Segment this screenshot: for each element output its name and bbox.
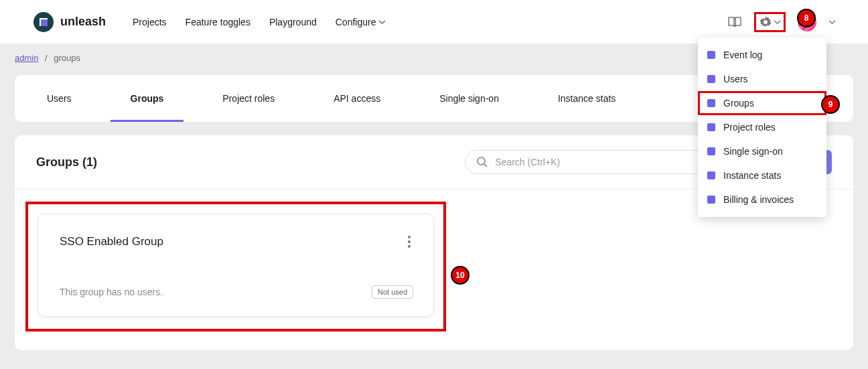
annotation-marker-10: 10	[451, 266, 469, 285]
dropdown-project-roles[interactable]: Project roles	[698, 115, 826, 139]
gear-icon	[759, 15, 772, 29]
logo[interactable]: unleash	[33, 12, 106, 32]
dropdown-groups[interactable]: Groups	[698, 91, 826, 115]
group-title: SSO Enabled Group	[60, 235, 163, 248]
annotation-marker-9: 9	[821, 95, 840, 114]
dropdown-billing[interactable]: Billing & invoices	[698, 188, 826, 212]
dropdown-instance-stats[interactable]: Instance stats	[698, 163, 826, 188]
main-nav: Projects Feature toggles Playground Conf…	[133, 17, 386, 27]
bullet-icon	[707, 123, 715, 131]
chevron-down-icon	[378, 20, 386, 24]
panel-title: Groups (1)	[36, 155, 97, 169]
chevron-down-icon	[774, 20, 781, 24]
group-card[interactable]: SSO Enabled Group This group has no user…	[38, 214, 434, 317]
chevron-down-icon[interactable]	[828, 20, 836, 24]
bullet-icon	[707, 99, 715, 107]
not-used-badge: Not used	[372, 285, 413, 299]
bullet-icon	[707, 171, 715, 179]
bullet-icon	[707, 147, 715, 155]
bullet-icon	[707, 196, 715, 204]
annotation-marker-8: 8	[797, 9, 816, 27]
tab-instance-stats[interactable]: Instance stats	[528, 75, 645, 122]
tab-project-roles[interactable]: Project roles	[193, 75, 304, 122]
bullet-icon	[707, 75, 715, 83]
logo-icon	[33, 12, 54, 32]
tab-sso[interactable]: Single sign-on	[410, 75, 528, 122]
tab-users[interactable]: Users	[17, 75, 101, 122]
more-icon[interactable]	[405, 233, 413, 250]
svg-point-0	[478, 157, 485, 165]
bullet-icon	[707, 51, 715, 59]
dropdown-users[interactable]: Users	[698, 67, 826, 91]
dropdown-sso[interactable]: Single sign-on	[698, 139, 826, 163]
nav-configure[interactable]: Configure	[336, 17, 386, 27]
nav-playground[interactable]: Playground	[269, 17, 317, 27]
tab-api-access[interactable]: API access	[304, 75, 410, 122]
header-right	[727, 12, 836, 32]
breadcrumb-current: groups	[54, 53, 80, 63]
dropdown-event-log[interactable]: Event log	[698, 43, 826, 67]
brand-name: unleash	[60, 15, 106, 29]
empty-users-text: This group has no users.	[60, 287, 163, 297]
search-icon	[476, 156, 488, 168]
breadcrumb-root[interactable]: admin	[15, 53, 38, 63]
tab-groups[interactable]: Groups	[101, 75, 194, 122]
settings-dropdown: Event log Users Groups Project roles Sin…	[698, 38, 826, 217]
group-card-highlight: SSO Enabled Group This group has no user…	[25, 202, 446, 331]
docs-icon[interactable]	[727, 16, 742, 28]
svg-line-1	[484, 164, 487, 167]
nav-projects[interactable]: Projects	[133, 17, 167, 27]
nav-feature-toggles[interactable]: Feature toggles	[186, 17, 250, 27]
settings-trigger[interactable]	[754, 12, 786, 32]
